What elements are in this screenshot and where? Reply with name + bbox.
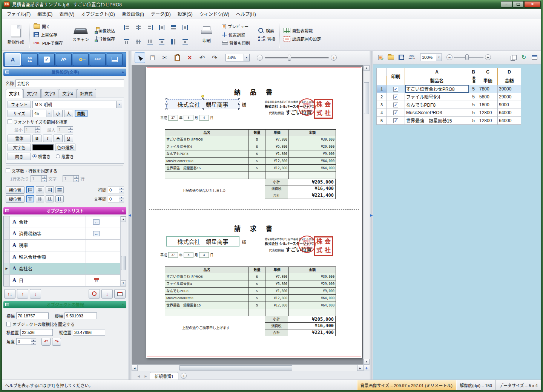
customer-name-object[interactable]: 株式会社 銀星商事 — [166, 236, 239, 247]
horizontal-scrollbar[interactable]: ◀ ▶ + — [132, 364, 370, 371]
vpos-label-button[interactable]: 縦位置 — [6, 195, 25, 203]
space-h-button[interactable] — [179, 21, 191, 35]
position-adjust-button[interactable]: 位置調整 — [220, 31, 252, 38]
move-up-button[interactable]: ↑ — [17, 289, 28, 299]
align-right-button[interactable] — [144, 21, 156, 35]
chars-per-line-stepper[interactable]: 1▲▼ — [31, 175, 47, 182]
space-v-button[interactable] — [179, 35, 191, 49]
style-label-button[interactable]: 書体 — [8, 135, 31, 142]
strikethrough-button[interactable]: A — [54, 135, 63, 142]
text-object-button[interactable]: A — [5, 53, 21, 66]
menu-help[interactable]: ヘルプ(H) — [233, 9, 259, 19]
zoom-in-button[interactable]: + — [331, 55, 337, 61]
match-width-button[interactable] — [168, 21, 179, 35]
menu-data[interactable]: データ(D) — [147, 9, 174, 19]
direction-label-button[interactable]: 向き — [8, 153, 31, 160]
open-data-button[interactable] — [386, 53, 395, 62]
cell-quantity[interactable]: 5 — [469, 93, 478, 101]
tab-formula[interactable]: 計算式 — [77, 89, 96, 98]
valign-middle-button[interactable] — [36, 195, 44, 202]
collapse-icon[interactable]: ▲ — [121, 70, 124, 74]
row-number[interactable]: 2 — [377, 93, 387, 101]
align-left-button[interactable] — [121, 21, 132, 35]
cell-amount[interactable]: 64000 — [498, 109, 521, 116]
menu-settings[interactable]: 設定(S) — [174, 9, 196, 19]
match-height-button[interactable] — [168, 35, 179, 49]
text-edit-object-button[interactable]: A✎ — [56, 53, 72, 66]
collapse-left-icon[interactable]: ◀ — [129, 213, 131, 217]
cell-unit-price[interactable]: 12800 — [478, 116, 498, 124]
amount-header[interactable]: 金額 — [498, 76, 521, 85]
save-button[interactable]: 上書保存 — [32, 31, 65, 38]
text-display-button[interactable]: ABCABCD — [407, 53, 416, 62]
auto-table-recognition-button[interactable]: 自動表認識 — [282, 27, 323, 34]
grid-row-selected[interactable]: 1 ✓ すごい位置合わせPRO8 5 7800 39000 — [377, 85, 521, 93]
replace-button[interactable]: A→BA→B 置換 — [256, 35, 278, 43]
year-field[interactable]: 27 — [168, 252, 178, 258]
attribute-panel-header[interactable]: 属性設定(文字) ▲ — [3, 69, 126, 76]
preview-button[interactable]: プレビュー — [220, 23, 252, 30]
cell-product-name[interactable]: なんでもPDF8 — [405, 101, 469, 109]
height-input[interactable] — [64, 312, 97, 319]
cell-amount[interactable]: 39000 — [498, 85, 521, 93]
menu-edit[interactable]: 編集(E) — [34, 9, 56, 19]
cell-product-name[interactable]: ファイル暗号化4 — [405, 93, 469, 101]
prev-document-button[interactable]: ◀ — [135, 373, 142, 380]
y-position-input[interactable] — [73, 329, 105, 336]
cell-product-name[interactable]: 世界最強 銀星囲碁15 — [405, 116, 469, 124]
font-range-checkbox[interactable] — [8, 119, 12, 124]
month-field[interactable]: 8 — [184, 252, 193, 258]
day-field[interactable]: 4 — [199, 115, 209, 121]
load-image-button[interactable]: 画像読込 — [94, 27, 117, 34]
float-panel-icon[interactable] — [5, 303, 9, 306]
tab-text1[interactable]: 文字1 — [6, 89, 23, 98]
cell-quantity[interactable]: 5 — [469, 101, 478, 109]
grid-corner[interactable] — [377, 68, 387, 76]
object-list-item[interactable]: A 消費税額等 ↔ — [4, 228, 120, 240]
properties-tool-button[interactable] — [147, 52, 158, 63]
multi-text-object-button[interactable]: AAAA — [22, 53, 38, 66]
scroll-thumb[interactable] — [121, 256, 126, 270]
object-name-input[interactable] — [15, 80, 124, 87]
dropdown-icon[interactable]: ▼ — [436, 54, 442, 61]
object-list-item-selected[interactable]: ▶ A 会社名 — [4, 263, 120, 275]
recognition-range-button[interactable]: 認識範囲の設定 — [282, 35, 323, 43]
refresh-data-button[interactable]: ↻ — [519, 53, 528, 62]
object-stamp-button[interactable] — [89, 289, 100, 299]
fix-lines-checkbox[interactable] — [6, 168, 10, 173]
document-page[interactable]: 納 品 書 株式会社 銀星商事 様 平成 27 年 — [146, 67, 362, 358]
pan-button[interactable]: + — [363, 365, 370, 371]
print-checkbox[interactable]: ✓ — [393, 103, 398, 107]
cell-quantity[interactable]: 5 — [469, 116, 478, 124]
maximize-button[interactable] — [512, 1, 524, 8]
vertical-radio[interactable] — [56, 154, 60, 158]
object-list-scrollbar[interactable]: ▲ ▼ — [120, 216, 126, 286]
save-background-button[interactable]: 背景保存 — [94, 35, 117, 43]
print-column-header[interactable]: 印刷 — [387, 68, 405, 85]
open-button[interactable]: 開く — [32, 23, 65, 30]
grid-row[interactable]: 3 ✓ なんでもPDF8 5 1800 9000 — [377, 101, 521, 109]
aspect-lock-checkbox[interactable] — [6, 322, 11, 326]
float-panel-icon[interactable] — [5, 209, 9, 212]
dropdown-icon[interactable]: ▼ — [46, 110, 52, 117]
redo-button[interactable]: ↷ — [209, 52, 220, 63]
grid-row[interactable]: 5 ✓ 世界最強 銀星囲碁15 5 12800 64000 — [377, 116, 521, 124]
print-checkbox[interactable]: ✓ — [393, 118, 398, 123]
checkmark-object-button[interactable]: ✓ — [39, 53, 55, 66]
year-field[interactable]: 27 — [168, 115, 178, 121]
duplicate-data-button[interactable] — [509, 53, 518, 62]
size-label-button[interactable]: サイズ — [8, 110, 31, 117]
size-select[interactable]: 45▼ — [32, 110, 52, 117]
new-document-button[interactable]: 新規作成 — [4, 20, 28, 49]
distribute-h-button[interactable] — [156, 21, 167, 35]
rotate-ccw-button[interactable]: ↶ — [41, 338, 51, 346]
cell-unit-price[interactable]: 1800 — [478, 101, 498, 109]
row-number[interactable]: 5 — [377, 116, 387, 124]
tab-text3[interactable]: 文字3 — [41, 89, 58, 98]
add-document-button[interactable]: + — [181, 373, 187, 379]
save-pdf-button[interactable]: PDF PDFで保存 — [32, 39, 65, 47]
save-data-button[interactable] — [397, 53, 406, 62]
line-space-stepper[interactable]: 0▲▼ — [108, 187, 124, 193]
row-number[interactable]: 1 — [377, 85, 387, 93]
tab-text4[interactable]: 文字4 — [59, 89, 76, 98]
